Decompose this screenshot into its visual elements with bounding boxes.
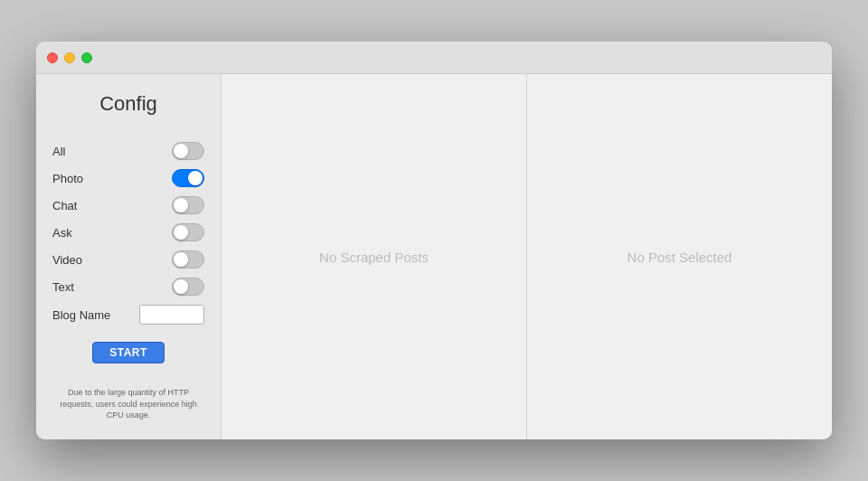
config-label-photo: Photo	[52, 172, 83, 185]
toggle-knob-text	[174, 279, 188, 294]
middle-panel: No Scraped Posts	[222, 74, 527, 439]
traffic-lights	[47, 52, 92, 63]
config-label-text: Text	[52, 280, 74, 294]
maximize-button[interactable]	[81, 52, 92, 63]
toggle-knob-video	[174, 252, 188, 267]
blog-name-label: Blog Name	[52, 308, 110, 322]
config-row-chat: Chat	[52, 192, 204, 219]
sidebar: Config All Photo	[36, 74, 222, 439]
toggle-knob-chat	[174, 198, 188, 212]
blog-name-input[interactable]	[139, 305, 204, 325]
start-button[interactable]: START	[92, 342, 165, 363]
config-row-photo: Photo	[52, 165, 204, 192]
config-row-text: Text	[52, 273, 204, 300]
config-label-video: Video	[52, 253, 82, 267]
config-rows: All Photo Chat	[36, 137, 221, 329]
toggle-knob-all	[174, 144, 188, 158]
start-btn-container: START	[36, 342, 221, 363]
warning-text: Due to the large quantity of HTTP reques…	[36, 378, 221, 430]
toggle-knob-ask	[174, 225, 188, 240]
minimize-button[interactable]	[64, 52, 75, 63]
close-button[interactable]	[47, 52, 58, 63]
config-row-ask: Ask	[52, 219, 204, 246]
toggle-chat[interactable]	[172, 196, 204, 214]
main-content: Config All Photo	[36, 74, 832, 439]
sidebar-title: Config	[36, 92, 221, 116]
config-row-video: Video	[52, 246, 204, 273]
toggle-knob-photo	[188, 171, 203, 185]
toggle-text[interactable]	[172, 278, 204, 296]
no-scraped-posts-label: No Scraped Posts	[319, 250, 429, 265]
toggle-photo[interactable]	[172, 169, 204, 187]
config-label-all: All	[52, 145, 65, 158]
toggle-ask[interactable]	[172, 223, 204, 241]
no-post-selected-label: No Post Selected	[627, 250, 732, 265]
title-bar	[36, 42, 832, 74]
app-window: Config All Photo	[36, 42, 832, 439]
config-label-ask: Ask	[52, 226, 72, 240]
blog-name-row: Blog Name	[52, 300, 204, 329]
config-row-all: All	[52, 137, 204, 165]
right-panel: No Post Selected	[527, 74, 832, 439]
toggle-all[interactable]	[172, 142, 204, 160]
toggle-video[interactable]	[172, 250, 204, 269]
config-label-chat: Chat	[52, 199, 77, 212]
